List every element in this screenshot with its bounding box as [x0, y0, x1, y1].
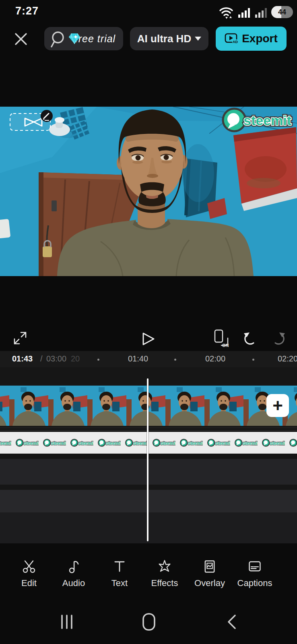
- steemit-watermark: [234, 437, 258, 448]
- captions-icon: [247, 559, 262, 574]
- export-label: Export: [242, 32, 278, 45]
- steemit-watermark: [43, 437, 66, 448]
- steemit-watermark: [97, 437, 121, 448]
- tick-label: 02:20: [278, 354, 297, 363]
- clip-thumbnail: [204, 386, 243, 426]
- steemit-watermark: [0, 437, 11, 448]
- tool-effects[interactable]: Effects: [142, 559, 187, 588]
- text-icon: [112, 559, 127, 574]
- device-preview-toggle[interactable]: ON: [212, 328, 231, 349]
- wifi-icon: [219, 6, 234, 19]
- home-button[interactable]: [140, 612, 158, 632]
- empty-track-2[interactable]: [0, 490, 297, 512]
- clip-thumbnail: [0, 386, 9, 426]
- tick-label: 02:00: [205, 354, 225, 363]
- steemit-watermark: [207, 437, 230, 448]
- red-box: [233, 127, 297, 211]
- playhead[interactable]: [147, 378, 148, 541]
- tool-text[interactable]: Text: [97, 559, 142, 588]
- star-icon: [157, 559, 172, 574]
- track-divider: [0, 430, 297, 431]
- signal2-icon: [254, 7, 269, 19]
- android-nav-bar: [0, 606, 297, 638]
- add-clip-button[interactable]: +: [266, 394, 289, 417]
- empty-track-3[interactable]: [0, 512, 297, 543]
- video-preview[interactable]: steemit steemit: [0, 107, 297, 276]
- chevron-down-icon: [195, 37, 201, 41]
- resolution-dropdown[interactable]: AI ultra HD: [130, 27, 208, 50]
- ruler-dot: [97, 359, 99, 361]
- clip-thumbnail: [126, 386, 165, 426]
- video-track[interactable]: [0, 386, 297, 426]
- close-icon[interactable]: [14, 32, 28, 46]
- clip-thumbnails: [0, 386, 297, 426]
- resolution-label: AI ultra HD: [137, 33, 191, 45]
- steemit-watermark: [152, 437, 175, 448]
- tick-label-partial: 20: [71, 354, 80, 363]
- tick-label: 01:40: [128, 354, 148, 363]
- search-icon: [51, 31, 68, 49]
- total-duration: 03:00: [46, 354, 66, 363]
- time-separator: /: [40, 354, 43, 363]
- battery-percent: 44: [271, 6, 293, 18]
- tools-bar: Edit Audio Text Effects: [0, 559, 297, 597]
- svg-text:AD: AD: [233, 40, 238, 44]
- steemit-watermark: [289, 437, 297, 448]
- recents-button[interactable]: [58, 613, 76, 631]
- clip-thumbnail: [9, 386, 48, 426]
- watermark-track[interactable]: [0, 432, 297, 454]
- track-divider: [0, 427, 297, 428]
- overlay-icon: [202, 559, 217, 574]
- battery-indicator: 44: [271, 6, 293, 18]
- svg-text:steemit: steemit: [243, 113, 291, 128]
- music-note-icon: [66, 559, 81, 574]
- fullscreen-icon[interactable]: [12, 327, 28, 349]
- edit-watermark-button[interactable]: [41, 110, 53, 122]
- ruler-dot: [174, 359, 176, 361]
- back-button[interactable]: [224, 613, 241, 631]
- current-time: 01:43: [12, 354, 33, 363]
- diamond-icon: [68, 32, 81, 45]
- steemit-watermark: [125, 437, 148, 448]
- tool-audio[interactable]: Audio: [52, 559, 96, 588]
- clip-thumbnail: [48, 386, 87, 426]
- capcut-editor-screen: 7:27 44 free trial AI ultra HD: [0, 0, 297, 644]
- steemit-watermark: [262, 437, 285, 448]
- timeline-ruler[interactable]: 01:43 / 03:00 20 01:40 02:00 02:20: [0, 351, 297, 367]
- signal-icon: [237, 7, 252, 19]
- empty-track-1[interactable]: [0, 459, 297, 485]
- svg-text:ON: ON: [222, 343, 229, 348]
- steemit-watermark: [70, 437, 93, 448]
- steemit-watermark: [15, 437, 39, 448]
- undo-button[interactable]: [241, 328, 258, 348]
- tool-overlay[interactable]: Overlay: [188, 559, 232, 588]
- export-button[interactable]: AD Export: [216, 27, 287, 51]
- tool-partial[interactable]: F: [282, 559, 297, 588]
- status-time: 7:27: [15, 5, 39, 17]
- plus-icon: +: [272, 397, 283, 415]
- redo-button[interactable]: [270, 328, 287, 348]
- steemit-watermark: [179, 437, 203, 448]
- play-button[interactable]: [139, 330, 157, 348]
- tool-captions[interactable]: Captions: [233, 559, 277, 588]
- ruler-dot: [252, 359, 254, 361]
- clip-thumbnail: [87, 386, 126, 426]
- clip-thumbnail: [165, 386, 204, 426]
- tool-edit[interactable]: Edit: [7, 559, 51, 588]
- export-video-icon: AD: [225, 33, 238, 44]
- scissors-icon: [21, 559, 37, 574]
- watermark-logos: [0, 437, 297, 448]
